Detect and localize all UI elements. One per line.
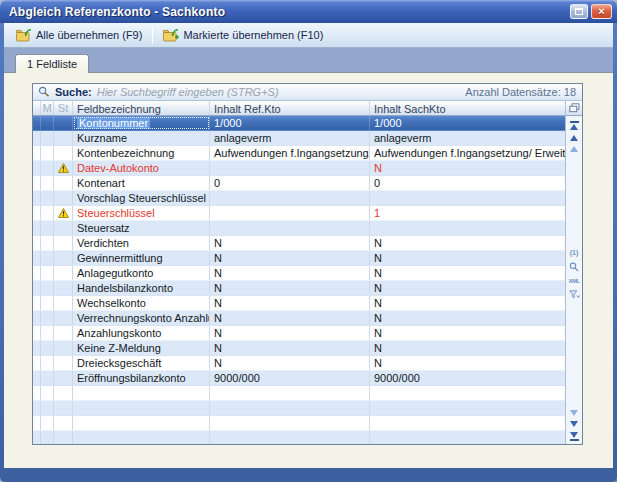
scroll-down-icon[interactable] (570, 421, 578, 427)
table-row[interactable]: Verrechnungskonto Anzahlung N N (33, 311, 565, 326)
cell-m (41, 371, 54, 385)
row-indicator (33, 131, 41, 145)
cell-feldbezeichnung: Kurzname (73, 131, 210, 145)
column-chooser-icon[interactable] (569, 103, 580, 113)
tab-feldliste[interactable]: 1 Feldliste (15, 54, 89, 73)
header-st[interactable]: St (54, 101, 73, 115)
apply-all-button[interactable]: Alle übernehmen (F9) (11, 27, 147, 44)
empty-row[interactable] (33, 386, 565, 401)
row-indicator (33, 206, 41, 220)
table-row[interactable]: Vorschlag Steuerschlüssel (33, 191, 565, 206)
title-bar[interactable]: Abgleich Referenzkonto - Sachkonto × (0, 0, 617, 23)
header-inhalt-refkto[interactable]: Inhalt Ref.Kto (210, 101, 370, 115)
row-indicator (33, 386, 41, 400)
table-row[interactable]: Kurzname anlageverm anlageverm (33, 131, 565, 146)
restore-button[interactable] (570, 4, 588, 19)
table-row[interactable]: Verdichten N N (33, 236, 565, 251)
row-up-icon[interactable] (570, 146, 578, 152)
row-indicator (33, 161, 41, 175)
cell-m (41, 356, 54, 370)
apply-marked-button[interactable]: Markierte übernehmen (F10) (158, 27, 328, 44)
empty-row[interactable] (33, 431, 565, 444)
row-indicator (33, 326, 41, 340)
filter-icon[interactable] (569, 290, 580, 299)
close-button[interactable]: × (591, 4, 612, 19)
cell-m (41, 416, 54, 430)
cell-m (41, 236, 54, 250)
cell-m (41, 431, 54, 444)
row-indicator (33, 176, 41, 190)
position-icon[interactable]: (1) (570, 249, 579, 257)
cell-inhalt-sachkto: Aufwendungen f.Ingangsetzung/ Erweit.d.G… (370, 146, 565, 160)
cell-feldbezeichnung: Anlagegutkonto (73, 266, 210, 280)
restore-icon (575, 8, 583, 15)
xml-export-icon[interactable]: XML (568, 277, 579, 285)
empty-row[interactable] (33, 401, 565, 416)
cell-m (41, 131, 54, 145)
table-row[interactable]: Kontenart 0 0 (33, 176, 565, 191)
cell-m (41, 116, 54, 130)
header-feldbezeichnung[interactable]: Feldbezeichnung (73, 101, 210, 115)
row-down-icon[interactable] (570, 410, 578, 416)
cell-inhalt-sachkto (370, 401, 565, 415)
cell-st (54, 206, 73, 220)
cell-inhalt-refkto (210, 416, 370, 430)
scroll-bottom-icon[interactable] (570, 432, 579, 441)
table-row[interactable]: Keine Z-Meldung N N (33, 341, 565, 356)
cell-st (54, 146, 73, 160)
empty-row[interactable] (33, 416, 565, 431)
cell-st (54, 266, 73, 280)
cell-inhalt-sachkto: 1/000 (370, 116, 565, 130)
table-row[interactable]: Steuersatz (33, 221, 565, 236)
cell-feldbezeichnung: Kontenart (73, 176, 210, 190)
cell-inhalt-refkto: 9000/000 (210, 371, 370, 385)
column-chooser-cell (566, 101, 582, 116)
table-row[interactable]: Kontonummer 1/000 1/000 (33, 116, 565, 131)
row-indicator (33, 371, 41, 385)
header-m[interactable]: M (41, 101, 54, 115)
lookup-icon[interactable] (569, 262, 579, 272)
table-row[interactable]: Anlagegutkonto N N (33, 266, 565, 281)
scroll-top-icon[interactable] (570, 121, 579, 130)
table-row[interactable]: Anzahlungskonto N N (33, 326, 565, 341)
record-count: Anzahl Datensätze: 18 (465, 86, 576, 98)
cell-feldbezeichnung: Eröffnungsbilanzkonto (73, 371, 210, 385)
cell-m (41, 296, 54, 310)
cell-st (54, 296, 73, 310)
cell-m (41, 386, 54, 400)
header-inhalt-sachkto[interactable]: Inhalt SachKto (370, 101, 565, 115)
cell-st (54, 311, 73, 325)
cell-inhalt-refkto (210, 221, 370, 235)
row-indicator (33, 296, 41, 310)
search-input[interactable] (97, 86, 461, 98)
cell-st (54, 221, 73, 235)
cell-inhalt-refkto (210, 431, 370, 444)
cell-feldbezeichnung (73, 416, 210, 430)
client-area: Alle übernehmen (F9) Markierte übernehme… (4, 23, 613, 468)
cell-feldbezeichnung (73, 401, 210, 415)
table-row[interactable]: Datev-Autokonto N (33, 161, 565, 176)
row-indicator (33, 356, 41, 370)
cell-inhalt-refkto: 1/000 (210, 116, 370, 130)
apply-all-icon (16, 29, 32, 42)
cell-feldbezeichnung: Kontenbezeichnung (73, 146, 210, 160)
table-row[interactable]: Gewinnermittlung N N (33, 251, 565, 266)
cell-st (54, 161, 73, 175)
table-row[interactable]: Handelsbilanzkonto N N (33, 281, 565, 296)
cell-inhalt-sachkto: N (370, 266, 565, 280)
row-indicator (33, 116, 41, 130)
cell-inhalt-sachkto: N (370, 296, 565, 310)
table-row[interactable]: Wechselkonto N N (33, 296, 565, 311)
table-row[interactable]: Steuerschlüssel 1 (33, 206, 565, 221)
cell-m (41, 206, 54, 220)
apply-marked-label: Markierte übernehmen (F10) (183, 29, 323, 41)
cell-inhalt-sachkto: anlageverm (370, 131, 565, 145)
cell-inhalt-sachkto: 1 (370, 206, 565, 220)
cell-st (54, 131, 73, 145)
table-row[interactable]: Kontenbezeichnung Aufwendungen f.Ingangs… (33, 146, 565, 161)
table-row[interactable]: Eröffnungsbilanzkonto 9000/000 9000/000 (33, 371, 565, 386)
table-row[interactable]: Dreiecksgeschäft N N (33, 356, 565, 371)
row-indicator (33, 251, 41, 265)
scroll-up-icon[interactable] (570, 135, 578, 141)
cell-m (41, 251, 54, 265)
